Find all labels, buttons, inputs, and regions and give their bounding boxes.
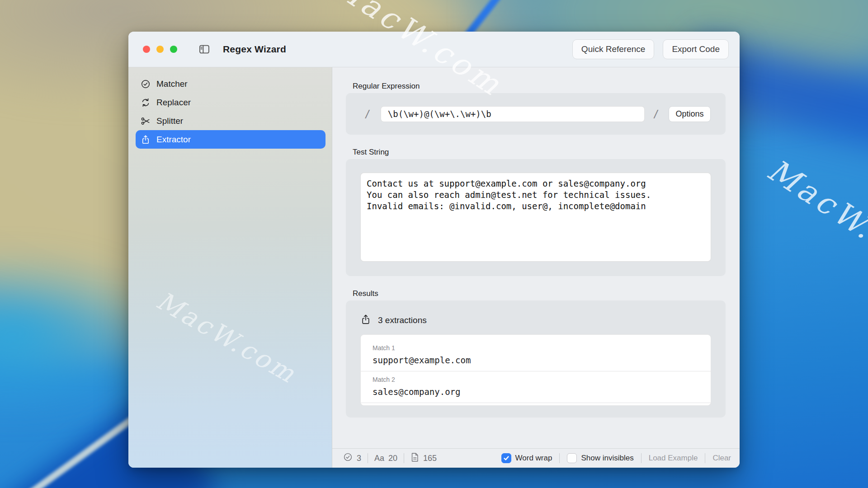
divider: [368, 453, 368, 463]
sidebar-item-matcher[interactable]: Matcher: [136, 75, 326, 93]
share-export-icon: [141, 135, 151, 145]
main-content: Regular Expression / / Options Test Stri…: [332, 67, 740, 468]
sidebar-toggle-icon[interactable]: [198, 43, 210, 55]
sidebar-item-label: Matcher: [156, 79, 188, 89]
results-panel: 3 extractions Match 1 support@example.co…: [346, 300, 726, 418]
sidebar-item-extractor[interactable]: Extractor: [136, 130, 326, 149]
match-label: Match 1: [373, 344, 699, 352]
cycle-arrows-icon: [141, 98, 151, 108]
test-section-label: Test String: [353, 148, 726, 157]
sidebar-item-label: Splitter: [156, 116, 183, 126]
word-wrap-label: Word wrap: [515, 454, 552, 463]
scissors-icon: [141, 116, 151, 126]
results-section-label: Results: [353, 289, 726, 298]
zoom-button[interactable]: [170, 46, 177, 53]
regex-section-label: Regular Expression: [353, 67, 726, 91]
divider: [641, 453, 642, 463]
options-button[interactable]: Options: [669, 106, 711, 122]
test-line: Contact us at support@example.com or sal…: [367, 178, 705, 189]
test-line: Invalid emails: @invalid.com, user@, inc…: [367, 201, 705, 212]
sidebar-item-replacer[interactable]: Replacer: [136, 93, 326, 112]
match-value: support@example.com: [373, 355, 699, 365]
font-size-label: Aa: [374, 454, 384, 463]
sidebar-item-label: Extractor: [156, 135, 191, 145]
match-row[interactable]: Match 1 support@example.com: [361, 340, 711, 371]
close-button[interactable]: [143, 46, 150, 53]
sidebar-item-splitter[interactable]: Splitter: [136, 112, 326, 130]
load-example-button[interactable]: Load Example: [649, 454, 698, 463]
show-invisibles-label: Show invisibles: [581, 454, 633, 463]
checkmark-circle-icon: [141, 79, 151, 89]
minimize-button[interactable]: [156, 46, 164, 53]
divider: [559, 453, 560, 463]
share-export-icon: [360, 314, 371, 327]
sidebar-item-label: Replacer: [156, 98, 191, 108]
export-code-button[interactable]: Export Code: [663, 39, 729, 59]
quick-reference-button[interactable]: Quick Reference: [572, 39, 655, 59]
results-list[interactable]: Match 1 support@example.com Match 2 sale…: [360, 334, 711, 406]
match-label: Match 2: [373, 376, 699, 383]
regex-open-delimiter: /: [364, 108, 371, 120]
length-count-value: 165: [423, 454, 437, 463]
test-string-textarea[interactable]: Contact us at support@example.com or sal…: [360, 173, 711, 262]
traffic-lights: [143, 46, 177, 53]
regex-pattern-input[interactable]: [381, 106, 645, 122]
match-value: sales@company.org: [373, 387, 699, 397]
document-icon: [410, 452, 419, 465]
word-wrap-checkbox[interactable]: [501, 453, 511, 463]
test-panel: Contact us at support@example.com or sal…: [346, 159, 726, 276]
char-count-value: 20: [388, 454, 397, 463]
divider: [404, 453, 404, 463]
status-bar: 3 Aa 20: [332, 448, 740, 468]
sidebar: Matcher Replacer: [128, 67, 332, 468]
clear-button[interactable]: Clear: [712, 454, 731, 463]
match-row[interactable]: Match 2 sales@company.org: [361, 371, 711, 403]
titlebar: Regex Wizard Quick Reference Export Code: [128, 32, 740, 67]
regex-close-delimiter: /: [653, 108, 659, 120]
divider: [705, 453, 705, 463]
extraction-count: 3 extractions: [378, 315, 427, 325]
checkmark-circle-icon: [343, 452, 353, 464]
test-line: You can also reach admin@test.net for te…: [367, 189, 705, 201]
show-invisibles-checkbox[interactable]: [567, 453, 577, 463]
match-count-value: 3: [357, 454, 361, 463]
window-title: Regex Wizard: [223, 44, 286, 55]
regex-panel: / / Options: [346, 93, 726, 135]
app-window: Regex Wizard Quick Reference Export Code…: [128, 32, 740, 468]
